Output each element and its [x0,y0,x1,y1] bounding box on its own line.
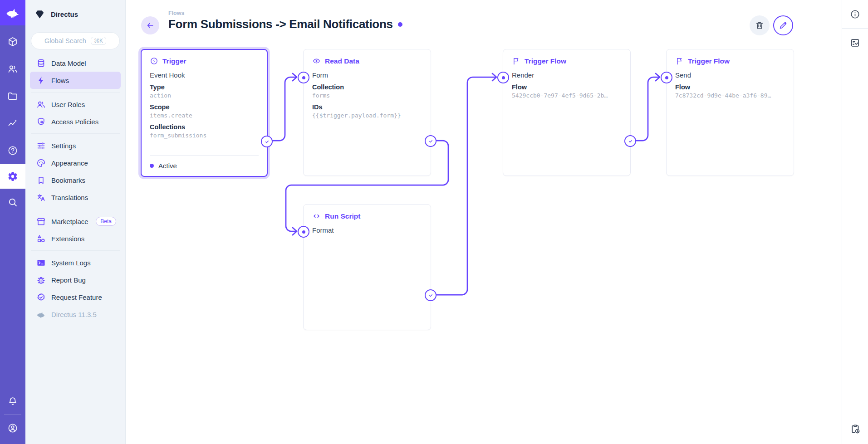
sidebar-gap [30,206,121,213]
flow-canvas[interactable]: Trigger Event Hook Type action Scope ite… [126,0,842,444]
flow-panel-read-data[interactable]: Read Data Form Collection forms IDs {{$t… [303,49,431,176]
sidebar-item-translations[interactable]: Translations [30,189,121,206]
wire-trigger-to-readdata [268,77,296,141]
output-connector[interactable] [261,136,273,147]
users-icon [7,63,18,74]
wire-render-to-send [631,77,659,141]
wire-runscript-to-render [431,77,496,295]
sidebar-info-button[interactable] [842,0,868,29]
sidebar-item-report-bug[interactable]: Report Bug [30,271,121,288]
panel-field: Type action [150,83,259,99]
storefront-icon [36,217,46,226]
panel-field: Collections form_submissions [150,123,259,139]
sidebar-item-request-feature[interactable]: Request Feature [30,288,121,306]
settings-sidebar: Directus Global Search ⌘K Data ModelFlow… [25,0,126,444]
sidebar-item-access-policies[interactable]: Access Policies [30,113,121,130]
module-item-box[interactable] [0,28,25,55]
sidebar-item-label: Report Bug [51,276,86,284]
sidebar-item-label: Data Model [51,59,86,67]
flow-panel-trigger[interactable]: Trigger Event Hook Type action Scope ite… [141,49,268,177]
back-button[interactable] [141,16,159,34]
project-header[interactable]: Directus [25,0,125,29]
delete-flow-button[interactable] [750,15,770,35]
input-connector[interactable] [661,72,672,83]
module-bar [0,0,25,444]
palette-icon [36,158,46,168]
box-icon [7,36,18,47]
module-item-bell[interactable] [0,389,25,414]
panel-field: Flow 5429ccb0-7e97-4ef5-9d65-2b… [512,83,622,99]
module-item-person[interactable] [0,416,25,440]
sidebar-item-bookmarks[interactable]: Bookmarks [30,171,121,189]
status-dot-icon [150,164,154,168]
directus-logo-button[interactable] [0,0,25,25]
panel-field: IDs {{$trigger.payload.form}} [312,103,422,119]
sidebar-item-marketplace[interactable]: MarketplaceBeta [30,213,121,230]
tune-icon [36,141,46,151]
panel-type-header: Read Data [312,57,422,65]
sidebar-item-label: System Logs [51,259,91,267]
input-connector[interactable] [298,72,309,83]
module-item-gear[interactable] [0,164,25,189]
module-bar-divider [4,415,21,415]
bell-icon [7,396,18,407]
sidebar-item-directus-11-3-5[interactable]: Directus 11.3.5 [30,306,121,323]
header-actions [750,15,793,35]
module-item-insights[interactable] [0,110,25,137]
panel-type-header: Trigger Flow [675,57,785,65]
beta-badge: Beta [96,217,116,226]
flow-panel-trigger-flow-send[interactable]: Trigger Flow Send Flow 7c8732cd-9d9e-44b… [666,49,794,176]
output-connector[interactable] [425,135,436,147]
right-sidebar [842,0,868,444]
output-connector[interactable] [425,289,436,301]
wire-arrow [293,228,297,235]
sidebar-item-appearance[interactable]: Appearance [30,154,121,171]
sidebar-item-label: User Roles [51,101,85,108]
rabbit-logo-icon [5,5,20,20]
flow-panel-run-script[interactable]: Run Script Format [303,204,431,330]
module-item-users[interactable] [0,55,25,83]
input-connector[interactable] [298,226,309,238]
page-title: Form Submissions -> Email Notifications [168,17,402,31]
sidebar-item-label: Request Feature [51,293,102,301]
users-icon [36,100,46,109]
check-icon [427,292,434,299]
award-icon [36,293,46,302]
info-icon [850,9,860,20]
search-shortcut-chip: ⌘K [91,37,106,45]
edit-flow-button[interactable] [773,15,793,35]
sidebar-item-user-roles[interactable]: User Roles [30,96,121,113]
help-icon [7,145,18,156]
search-placeholder: Global Search [44,37,86,44]
project-name: Directus [51,10,78,18]
sidebar-item-flows[interactable]: Flows [30,72,121,89]
sidebar-item-system-logs[interactable]: System Logs [30,254,121,271]
panel-field: Flow 7c8732cd-9d9e-44be-a3f6-89… [675,83,785,99]
sidebar-item-label: Bookmarks [51,176,85,184]
bug-icon [36,275,46,285]
trash-icon [755,20,765,30]
sidebar-item-extensions[interactable]: Extensions [30,230,121,247]
wire-arrow [293,73,297,81]
sidebar-detail-button[interactable] [842,29,868,57]
flow-logs-button[interactable] [842,418,868,440]
output-connector[interactable] [624,135,636,147]
module-item-help[interactable] [0,137,25,164]
module-item-folder[interactable] [0,83,25,110]
module-item-search[interactable] [0,189,25,216]
clipboard-history-icon [850,424,861,434]
sidebar-item-settings[interactable]: Settings [30,137,121,154]
database-icon [36,59,46,68]
sidebar-item-data-model[interactable]: Data Model [30,54,121,72]
panel-type-header: Trigger Flow [512,57,622,65]
panel-name: Format [312,226,422,234]
insights-icon [7,118,18,129]
global-search-input[interactable]: Global Search ⌘K [31,32,120,49]
flow-panel-trigger-flow-render[interactable]: Trigger Flow Render Flow 5429ccb0-7e97-4… [503,49,631,176]
input-connector[interactable] [497,72,509,83]
sidebar-item-label: Extensions [51,235,84,243]
sidebar-item-label: Translations [51,194,88,201]
wire-arrow [656,73,660,81]
shield-icon [36,117,46,127]
translate-icon [36,193,46,202]
